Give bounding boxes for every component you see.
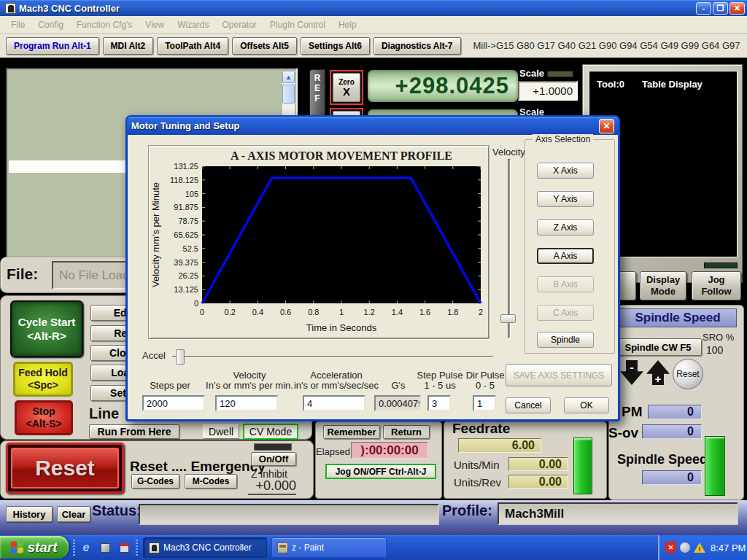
menu-config[interactable]: Config xyxy=(31,18,70,32)
tab-offsets-alt5[interactable]: Offsets Alt5 xyxy=(232,37,297,55)
tab-settings-alt6[interactable]: Settings Alt6 xyxy=(301,37,370,55)
z-inhibit-onoff-button[interactable]: On/Off xyxy=(251,452,296,466)
cv-mode-indicator[interactable]: CV Mode xyxy=(243,424,298,440)
cancel-button[interactable]: Cancel xyxy=(506,397,551,413)
restore-button[interactable]: ❐ xyxy=(713,2,728,15)
spindle-speed-dro[interactable]: 0 xyxy=(642,470,702,485)
menu-operator[interactable]: Operator xyxy=(216,18,263,32)
axis-button-z-axis[interactable]: Z Axis xyxy=(537,219,594,236)
menu-function-cfg-s[interactable]: Function Cfg's xyxy=(70,18,139,32)
dir-pulse-range-label: 0 - 5 xyxy=(476,380,495,391)
step-pulse-range-label: 1 - 5 us xyxy=(424,380,455,391)
tab-toolpath-alt4[interactable]: ToolPath Alt4 xyxy=(157,37,228,55)
gcodes-button[interactable]: G-Codes xyxy=(131,474,179,489)
y-tick-label: 78.75 xyxy=(178,217,198,225)
dir-pulse-input[interactable] xyxy=(473,395,496,411)
z-inhibit-value[interactable]: +0.000 xyxy=(248,478,296,495)
step-pulse-input[interactable] xyxy=(427,395,451,411)
screen-tab-row: Program Run Alt-1MDI Alt2ToolPath Alt4Of… xyxy=(0,34,747,58)
sro-reset-knob[interactable]: Reset xyxy=(673,359,703,389)
ie-icon[interactable]: e xyxy=(80,542,92,553)
clear-button[interactable]: Clear xyxy=(57,506,90,522)
save-axis-settings-button[interactable]: SAVE AXIS SETTINGS xyxy=(506,364,612,386)
feedrate-bar[interactable] xyxy=(573,438,592,494)
axis-button-b-axis: B Axis xyxy=(537,276,594,292)
mcodes-button[interactable]: M-Codes xyxy=(185,474,237,489)
scale-x-dro[interactable]: +1.0000 xyxy=(518,81,578,101)
sro-label: SRO % xyxy=(703,332,734,343)
y-tick-label: 39.375 xyxy=(174,258,198,267)
spindle-cw-button[interactable]: Spindle CW F5 xyxy=(614,338,702,356)
units-min-dro[interactable]: 0.00 xyxy=(508,457,568,471)
jog-onoff-button[interactable]: Jog ON/OFF Ctrl-Alt-J xyxy=(325,464,436,479)
task-mach3[interactable]: Mach3 CNC Controller xyxy=(143,537,267,558)
warning-icon[interactable]: ! xyxy=(694,542,705,553)
dialog-close-icon[interactable]: ✕ xyxy=(599,119,614,133)
system-tray: ✕ ! 8:47 PM xyxy=(658,535,747,560)
dwell-indicator[interactable]: Dwell xyxy=(203,424,239,439)
run-from-here-button[interactable]: Run From Here xyxy=(89,424,179,439)
menu-bar: FileConfigFunction Cfg'sViewWizardsOpera… xyxy=(0,16,747,34)
axis-button-spindle[interactable]: Spindle xyxy=(537,332,594,348)
return-button[interactable]: Return xyxy=(383,425,430,439)
feed-hold-button[interactable]: Feed Hold <Spc> xyxy=(13,362,73,397)
minimize-button[interactable]: - xyxy=(696,2,711,15)
scrollbar-thumb[interactable] xyxy=(282,85,295,104)
jog-follow-led xyxy=(704,262,738,268)
rpm-dro[interactable]: 0 xyxy=(648,405,702,419)
steps-per-input[interactable] xyxy=(142,395,205,411)
sov-label: S-ov xyxy=(608,425,638,441)
ref-button[interactable]: REF xyxy=(309,69,325,120)
quicklaunch-app-icon[interactable] xyxy=(99,542,111,553)
tasks-separator xyxy=(136,540,138,556)
history-button[interactable]: History xyxy=(6,506,53,522)
tab-diagnostics-alt-7[interactable]: Diagnostics Alt-7 xyxy=(374,37,461,55)
tab-mdi-alt2[interactable]: MDI Alt2 xyxy=(103,37,154,55)
axis-button-x-axis[interactable]: X Axis xyxy=(537,163,594,179)
scroll-up-icon[interactable]: ▲ xyxy=(282,71,295,83)
units-rev-dro[interactable]: 0.00 xyxy=(508,475,568,489)
sov-dro[interactable]: 0 xyxy=(642,424,702,439)
feedrate-dro[interactable]: 6.00 xyxy=(458,438,541,453)
stop-button[interactable]: Stop <Alt-S> xyxy=(15,400,73,435)
x-tick-label: 1.2 xyxy=(364,308,375,316)
tool-number: Tool:0 xyxy=(597,79,624,90)
acceleration-input[interactable] xyxy=(303,395,365,411)
acceleration-units-label: in's or mm's/sec/sec xyxy=(294,380,379,391)
spindle-speed-bar[interactable] xyxy=(705,436,725,496)
menu-plugin-control[interactable]: PlugIn Control xyxy=(263,18,332,32)
profile-value: Mach3Mill xyxy=(498,502,738,525)
dialog-titlebar[interactable]: Motor Tuning and Setup ✕ xyxy=(127,117,619,135)
accel-slider-thumb[interactable] xyxy=(176,349,185,365)
ok-button[interactable]: OK xyxy=(564,397,609,413)
dialog-title: Motor Tuning and Setup xyxy=(131,120,599,131)
y-axis-label: Velocity mm's per Minute xyxy=(150,182,161,287)
menu-view[interactable]: View xyxy=(139,18,171,32)
menu-file[interactable]: File xyxy=(4,18,31,32)
accel-slider-track[interactable] xyxy=(172,356,493,358)
security-alert-icon[interactable]: ✕ xyxy=(665,542,676,553)
velocity-slider-track[interactable] xyxy=(508,159,511,338)
x-tick-label: 0.6 xyxy=(280,308,291,316)
axis-button-a-axis[interactable]: A Axis xyxy=(537,248,594,264)
tray-status-icon[interactable] xyxy=(680,542,690,553)
task-paint[interactable]: z - Paint xyxy=(271,537,387,558)
axis-button-y-axis[interactable]: Y Axis xyxy=(537,191,594,207)
disk-icon[interactable] xyxy=(118,542,130,553)
line-label: Line xyxy=(89,405,119,422)
display-mode-button[interactable]: Display Mode xyxy=(640,271,686,300)
menu-help[interactable]: Help xyxy=(332,18,363,32)
x-tick-label: 1.8 xyxy=(447,308,458,316)
cycle-start-button[interactable]: Cycle Start <Alt-R> xyxy=(10,300,83,357)
emergency-reset-button[interactable]: Reset xyxy=(6,443,124,494)
zero-x-button[interactable]: Zero X xyxy=(330,70,363,105)
velocity-input[interactable] xyxy=(215,395,278,411)
start-button[interactable]: start xyxy=(0,536,69,559)
close-button[interactable]: ✕ xyxy=(729,2,745,15)
remember-button[interactable]: Remember xyxy=(323,425,380,439)
tab-program-run-alt-1[interactable]: Program Run Alt-1 xyxy=(6,37,99,55)
x-axis-dro[interactable]: +298.0425 xyxy=(368,70,518,102)
jog-follow-button[interactable]: Jog Follow xyxy=(692,271,741,300)
velocity-slider-thumb[interactable] xyxy=(500,314,516,323)
menu-wizards[interactable]: Wizards xyxy=(171,18,215,32)
